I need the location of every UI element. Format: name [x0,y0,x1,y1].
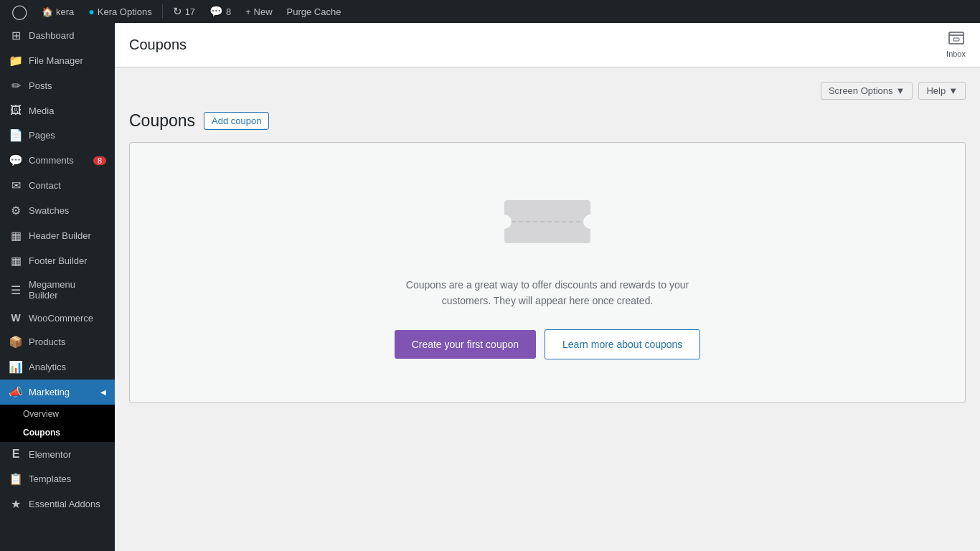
contact-icon: ✉ [9,179,23,192]
home-icon: 🏠 [42,6,53,17]
sidebar-item-swatches[interactable]: ⚙ Swatches [0,198,115,223]
sidebar-item-pages[interactable]: 📄 Pages [0,123,115,148]
empty-state-container: Coupons are a great way to offer discoun… [129,142,966,403]
sidebar-item-media[interactable]: 🖼 Media [0,98,115,123]
content-header: Coupons Inbox [115,23,980,67]
sidebar-item-essential-addons[interactable]: ★ Essential Addons [0,491,115,517]
content-area: Coupons Inbox Screen Options ▼ [115,23,980,551]
templates-icon: 📋 [9,472,23,486]
sidebar-item-header-builder[interactable]: ▦ Header Builder [0,223,115,248]
svg-rect-1 [953,38,959,41]
sidebar-item-contact[interactable]: ✉ Contact [0,173,115,198]
add-coupon-button[interactable]: Add coupon [204,112,269,130]
sidebar-item-woocommerce[interactable]: W WooCommerce [0,306,115,329]
sidebar-item-templates[interactable]: 📋 Templates [0,466,115,491]
page-content: Screen Options ▼ Help ▼ Coupons Add coup… [115,67,980,551]
sidebar-item-elementor[interactable]: E Elementor [0,442,115,466]
analytics-icon: 📊 [9,360,23,374]
comments-badge: 8 [93,156,106,165]
coupon-illustration [501,186,594,260]
sidebar-item-comments[interactable]: 💬 Comments 8 [0,148,115,173]
submenu-item-overview[interactable]: Overview [0,405,115,423]
adminbar-separator [162,4,163,19]
sidebar-item-megamenu-builder[interactable]: ☰ Megamenu Builder [0,273,115,306]
sidebar-item-dashboard[interactable]: ⊞ Dashboard [0,23,115,48]
help-chevron-icon: ▼ [948,85,958,96]
sidebar-item-products[interactable]: 📦 Products [0,329,115,354]
essential-addons-icon: ★ [9,497,23,511]
comments-sidebar-icon: 💬 [9,154,23,167]
options-bar: Screen Options ▼ Help ▼ [129,82,966,100]
wp-logo[interactable]: ◯ [6,0,33,23]
comments-icon: 💬 [209,5,223,18]
learn-more-coupons-button[interactable]: Learn more about coupons [545,329,700,359]
sidebar: ⊞ Dashboard 📁 File Manager ✏ Posts 🖼 Med… [0,23,115,551]
screen-options-button[interactable]: Screen Options ▼ [821,82,913,100]
purge-cache-btn[interactable]: Purge Cache [281,0,347,23]
create-first-coupon-button[interactable]: Create your first coupon [395,330,536,359]
site-name[interactable]: 🏠 kera [36,0,80,23]
empty-state-actions: Create your first coupon Learn more abou… [395,329,701,359]
sidebar-item-footer-builder[interactable]: ▦ Footer Builder [0,248,115,273]
sidebar-item-marketing[interactable]: 📣 Marketing ◀ [0,380,115,405]
swatches-icon: ⚙ [9,204,23,217]
megamenu-icon: ☰ [9,283,23,297]
submenu-item-coupons[interactable]: Coupons [0,423,115,442]
page-title-bar: Coupons Add coupon [129,111,966,131]
marketing-icon: 📣 [9,385,23,399]
content-header-title: Coupons [129,37,187,53]
file-manager-icon: 📁 [9,54,23,67]
marketing-submenu: Overview Coupons [0,405,115,442]
page-title: Coupons [129,111,195,131]
updates-icon: ↻ [173,5,182,18]
posts-icon: ✏ [9,79,23,93]
header-builder-icon: ▦ [9,229,23,242]
main-layout: ⊞ Dashboard 📁 File Manager ✏ Posts 🖼 Med… [0,23,980,551]
new-content-btn[interactable]: + New [240,0,278,23]
updates-btn[interactable]: ↻ 17 [167,0,201,23]
help-button[interactable]: Help ▼ [918,82,966,100]
inbox-button[interactable]: Inbox [946,32,966,58]
comments-btn[interactable]: 💬 8 [204,0,237,23]
footer-builder-icon: ▦ [9,254,23,268]
media-icon: 🖼 [9,104,23,117]
sidebar-item-file-manager[interactable]: 📁 File Manager [0,48,115,73]
admin-bar: ◯ 🏠 kera ● Kera Options ↻ 17 💬 8 + New P… [0,0,980,23]
pages-icon: 📄 [9,128,23,142]
sidebar-item-analytics[interactable]: 📊 Analytics [0,354,115,380]
kera-options-btn[interactable]: ● Kera Options [83,0,157,23]
screen-options-chevron-icon: ▼ [896,85,905,96]
kera-options-icon: ● [88,6,94,17]
inbox-icon [948,32,964,48]
products-icon: 📦 [9,335,23,349]
woocommerce-icon: W [9,312,23,324]
sidebar-item-posts[interactable]: ✏ Posts [0,73,115,98]
empty-state-description: Coupons are a great way to offer discoun… [382,277,712,309]
elementor-icon: E [9,448,23,461]
dashboard-icon: ⊞ [9,29,23,42]
